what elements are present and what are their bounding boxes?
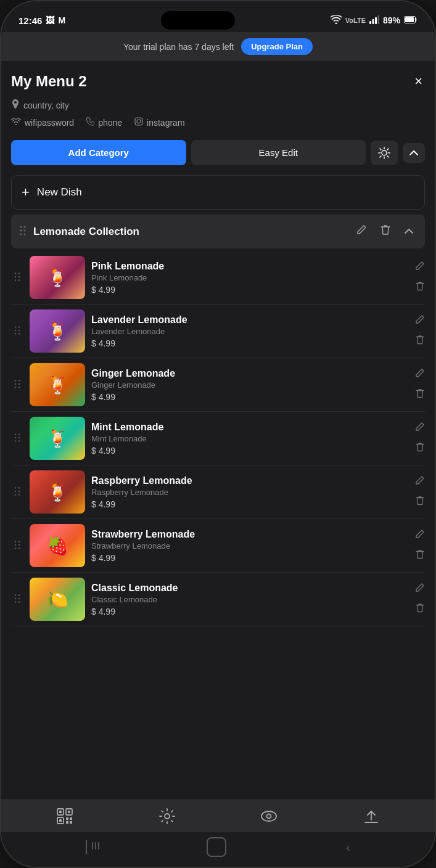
dish-item: 🍹 Pink Lemonade Pink Lemonade $ 4.99	[11, 251, 425, 305]
dish-price: $ 4.99	[91, 285, 409, 295]
home-nav-lines-icon	[86, 840, 87, 854]
dish-edit-button[interactable]	[415, 422, 425, 435]
add-category-button[interactable]: Add Category	[11, 140, 186, 165]
nav-settings-button[interactable]	[158, 808, 176, 825]
svg-line-14	[380, 149, 381, 150]
dish-edit-button[interactable]	[415, 261, 425, 274]
dish-subtitle: Lavender Lemonade	[91, 327, 409, 336]
dish-edit-button[interactable]	[415, 583, 425, 596]
dish-info: Mint Lemonade Mint Lemonade $ 4.99	[91, 422, 409, 456]
svg-point-49	[19, 487, 20, 489]
svg-point-27	[19, 276, 20, 277]
menu-header: My Menu 2 ×	[11, 61, 425, 97]
close-button[interactable]: ×	[412, 71, 425, 92]
svg-line-16	[387, 149, 389, 150]
new-dish-row[interactable]: + New Dish	[11, 175, 425, 210]
nav-publish-button[interactable]	[363, 808, 380, 825]
menu-title: My Menu 2	[11, 73, 87, 90]
info-detail-row: wifipassword phone	[11, 113, 425, 135]
svg-point-46	[15, 440, 17, 442]
trial-banner: Your trial plan has 7 days left Upgrade …	[1, 32, 435, 61]
svg-point-77	[261, 811, 276, 821]
dish-name: Strawberry Lemonade	[91, 529, 409, 540]
instagram-icon	[134, 117, 143, 128]
dish-price: $ 4.99	[91, 607, 409, 616]
dish-actions	[415, 583, 425, 616]
signal-text: VoLTE	[345, 17, 366, 24]
dish-image: 🍹	[30, 417, 85, 460]
easy-edit-button[interactable]: Easy Edit	[191, 140, 366, 165]
dish-trash-button[interactable]	[416, 281, 424, 294]
dish-subtitle: Strawberry Lemonade	[91, 541, 409, 551]
dish-drag-handle[interactable]	[11, 486, 23, 498]
svg-point-47	[19, 440, 20, 442]
svg-point-32	[15, 329, 17, 331]
dish-trash-button[interactable]	[416, 496, 424, 509]
category-drag-handle[interactable]	[19, 225, 27, 239]
dish-edit-button[interactable]	[415, 368, 425, 381]
svg-point-33	[19, 329, 20, 331]
dish-image: 🍹	[30, 256, 85, 299]
dish-item: 🍓 Strawberry Lemonade Strawberry Lemonad…	[11, 519, 425, 573]
svg-rect-6	[135, 118, 142, 125]
svg-rect-2	[375, 17, 377, 24]
collapse-button[interactable]	[403, 143, 425, 163]
dish-trash-button[interactable]	[416, 335, 424, 348]
dish-name: Lavender Lemonade	[91, 314, 409, 326]
svg-point-37	[19, 380, 20, 382]
nav-preview-button[interactable]	[260, 808, 278, 825]
dish-drag-handle[interactable]	[11, 594, 23, 605]
dish-drag-handle[interactable]	[11, 540, 23, 552]
location-text: country, city	[23, 100, 69, 110]
location-row: country, city	[11, 97, 425, 113]
dish-drag-handle[interactable]	[11, 379, 23, 391]
svg-point-8	[141, 119, 141, 120]
upgrade-plan-button[interactable]: Upgrade Plan	[241, 38, 313, 55]
nav-qr-button[interactable]	[56, 808, 73, 825]
svg-rect-75	[70, 821, 72, 824]
home-circle-icon[interactable]	[207, 837, 226, 857]
dish-drag-handle[interactable]	[11, 272, 23, 284]
dish-edit-button[interactable]	[415, 475, 425, 488]
svg-point-44	[15, 436, 17, 438]
dish-edit-button[interactable]	[415, 314, 425, 327]
dish-subtitle: Mint Lemonade	[91, 434, 409, 443]
dish-trash-button[interactable]	[416, 442, 424, 455]
dish-price: $ 4.99	[91, 338, 409, 348]
dish-info: Raspberry Lemonade Raspberry Lemonade $ …	[91, 475, 409, 509]
phone-frame: 12:46 🖼 M VoLTE	[0, 0, 436, 868]
dish-trash-button[interactable]	[416, 549, 424, 562]
dish-name: Mint Lemonade	[91, 422, 409, 433]
action-bar: Add Category Easy Edit	[11, 135, 425, 170]
dish-actions	[415, 422, 425, 455]
svg-point-20	[20, 229, 22, 231]
camera-icon: 🖼	[46, 15, 54, 25]
dish-actions	[415, 368, 425, 401]
dish-image: 🍹	[30, 363, 85, 406]
dish-price: $ 4.99	[91, 446, 409, 456]
svg-point-36	[15, 380, 17, 382]
svg-point-64	[15, 601, 17, 603]
dish-actions	[415, 529, 425, 562]
dynamic-island	[161, 11, 235, 30]
dish-trash-button[interactable]	[416, 388, 424, 401]
dish-image: 🍓	[30, 524, 85, 567]
dish-drag-handle[interactable]	[11, 326, 23, 337]
category-collapse-icon[interactable]	[400, 225, 417, 239]
svg-point-31	[19, 326, 20, 328]
home-back-icon[interactable]: ‹	[346, 840, 350, 854]
svg-point-53	[19, 494, 20, 496]
dish-image: 🍋	[30, 578, 85, 621]
dish-trash-button[interactable]	[416, 603, 424, 616]
category-edit-icon[interactable]	[352, 223, 371, 240]
dish-drag-handle[interactable]	[11, 433, 23, 444]
theme-button[interactable]	[371, 141, 398, 165]
dish-info: Ginger Lemonade Ginger Lemonade $ 4.99	[91, 368, 409, 402]
dish-edit-button[interactable]	[415, 529, 425, 542]
svg-point-39	[19, 383, 20, 385]
dishes-list: 🍹 Pink Lemonade Pink Lemonade $ 4.99	[11, 251, 425, 626]
wifi-icon	[331, 15, 342, 26]
dish-actions	[415, 261, 425, 294]
svg-point-21	[24, 229, 26, 231]
category-trash-icon[interactable]	[377, 223, 394, 240]
